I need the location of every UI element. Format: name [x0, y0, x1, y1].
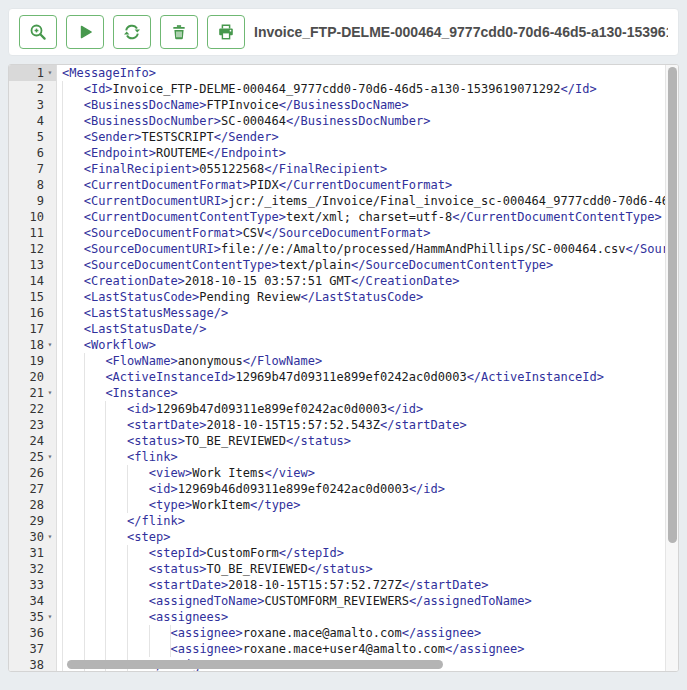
xml-text: CustomForm — [207, 546, 279, 560]
xml-tag: </SourceDocumentContentType> — [351, 258, 553, 272]
code-line[interactable]: <Sender>TESTSCRIPT</Sender> — [62, 129, 665, 145]
code-line[interactable]: <LastStatusDate/> — [62, 321, 665, 337]
indent-guides — [62, 417, 127, 433]
fold-arrow-icon[interactable]: ▾ — [44, 385, 56, 401]
line-number: 29 — [30, 513, 44, 529]
xml-text: roxane.mace+user4@amalto.com — [243, 642, 445, 656]
code-line[interactable]: <id>12969b47d09311e899ef0242ac0d0003</id… — [62, 401, 665, 417]
code-line[interactable]: <CurrentDocumentContentType>text/xml; ch… — [62, 209, 665, 225]
xml-text: 2018-10-15T15:57:52.727Z — [228, 578, 401, 592]
code-line[interactable]: <LastStatusMessage/> — [62, 305, 665, 321]
code-line[interactable]: <view>Work Items</view> — [62, 465, 665, 481]
xml-text: 12969b47d09311e899ef0242ac0d0003 — [156, 402, 387, 416]
refresh-button[interactable] — [113, 15, 151, 49]
xml-text: text/xml; charset=utf-8 — [286, 210, 452, 224]
code-line[interactable]: <step> — [62, 529, 665, 545]
line-number: 5 — [37, 129, 44, 145]
code-line[interactable]: <FinalRecipient>055122568</FinalRecipien… — [62, 161, 665, 177]
gutter-line: 18▾ — [9, 337, 56, 353]
code-line[interactable]: <Workflow> — [62, 337, 665, 353]
code-line[interactable]: <BusinessDocName>FTPInvoice</BusinessDoc… — [62, 97, 665, 113]
fold-arrow-icon[interactable]: ▾ — [44, 529, 56, 545]
fold-arrow-icon[interactable]: ▾ — [44, 609, 56, 625]
gutter-line: 31 — [9, 545, 56, 561]
play-button[interactable] — [66, 15, 104, 49]
gutter-line: 20 — [9, 369, 56, 385]
code-line[interactable]: <status>TO_BE_REVIEWED</status> — [62, 433, 665, 449]
xml-tag: <Endpoint> — [84, 146, 156, 160]
code-line[interactable]: <stepId>CustomForm</stepId> — [62, 545, 665, 561]
fold-arrow-icon[interactable]: ▾ — [44, 449, 56, 465]
code-line[interactable]: <SourceDocumentFormat>CSV</SourceDocumen… — [62, 225, 665, 241]
code-line[interactable]: <SourceDocumentURI>file://e:/Amalto/proc… — [62, 241, 665, 257]
code-line[interactable]: <flink> — [62, 449, 665, 465]
vertical-scrollbar[interactable] — [665, 65, 678, 671]
xml-tag: <ActiveInstanceId> — [105, 370, 235, 384]
line-number: 24 — [30, 433, 44, 449]
print-button[interactable] — [207, 15, 245, 49]
xml-text: anonymous — [178, 354, 243, 368]
code-line[interactable]: <assignedToName>CUSTOMFORM_REVIEWERS</as… — [62, 593, 665, 609]
vertical-scrollbar-thumb[interactable] — [668, 67, 677, 543]
xml-tag: </BusinessDocNumber> — [286, 114, 431, 128]
xml-tag: <FinalRecipient> — [84, 162, 200, 176]
code-line[interactable]: <Instance> — [62, 385, 665, 401]
gutter-line: 26 — [9, 465, 56, 481]
xml-text: roxane.mace@amalto.com — [243, 626, 402, 640]
code-line[interactable]: <status>TO_BE_REVIEWED</status> — [62, 561, 665, 577]
xml-text: Invoice_FTP-DELME-000464_9777cdd0-70d6-4… — [113, 82, 561, 96]
xml-text: jcr:/_items_/Invoice/Final_invoice_sc-00… — [228, 194, 665, 208]
code-line[interactable]: <ActiveInstanceId>12969b47d09311e899ef02… — [62, 369, 665, 385]
horizontal-scrollbar-thumb[interactable] — [67, 660, 443, 669]
code-line[interactable]: <CreationDate>2018-10-15 03:57:51 GMT</C… — [62, 273, 665, 289]
gutter: 1▾23456789101112131415161718▾192021▾2223… — [9, 65, 57, 671]
code-line[interactable]: <assignees> — [62, 609, 665, 625]
fold-arrow-icon[interactable]: ▾ — [44, 65, 56, 81]
code-line[interactable]: <SourceDocumentContentType>text/plain</S… — [62, 257, 665, 273]
code-line[interactable]: <MessageInfo> — [62, 65, 665, 81]
xml-tag: </startDate> — [402, 578, 489, 592]
code-area[interactable]: <MessageInfo><Id>Invoice_FTP-DELME-00046… — [58, 65, 665, 671]
code-line[interactable]: <startDate>2018-10-15T15:57:52.543Z</sta… — [62, 417, 665, 433]
gutter-line: 19 — [9, 353, 56, 369]
indent-guides — [62, 561, 149, 577]
xml-tag: </type> — [250, 498, 301, 512]
indent-guides — [62, 209, 84, 225]
code-line[interactable]: <FlowName>anonymous</FlowName> — [62, 353, 665, 369]
xml-text: 2018-10-15T15:57:52.543Z — [207, 418, 380, 432]
horizontal-scrollbar[interactable] — [58, 659, 665, 671]
indent-guides — [62, 81, 84, 97]
code-line[interactable]: <CurrentDocumentFormat>PIDX</CurrentDocu… — [62, 177, 665, 193]
indent-guides — [62, 641, 171, 657]
xml-tag: </BusinessDocName> — [279, 98, 409, 112]
indent-guides — [62, 97, 84, 113]
xml-text: 055122568 — [199, 162, 264, 176]
fold-arrow-icon[interactable]: ▾ — [44, 337, 56, 353]
line-number: 23 — [30, 417, 44, 433]
line-number: 30 — [30, 529, 44, 545]
xml-editor[interactable]: 1▾23456789101112131415161718▾192021▾2223… — [8, 64, 679, 672]
line-number: 27 — [30, 481, 44, 497]
code-line[interactable]: <id>12969b46d09311e899ef0242ac0d0003</id… — [62, 481, 665, 497]
xml-tag: <type> — [149, 498, 192, 512]
code-line[interactable]: <CurrentDocumentURI>jcr:/_items_/Invoice… — [62, 193, 665, 209]
toolbar: Invoice_FTP-DELME-000464_9777cdd0-70d6-4… — [8, 8, 679, 56]
code-line[interactable]: <assignee>roxane.mace+user4@amalto.com</… — [62, 641, 665, 657]
indent-guides — [62, 609, 149, 625]
delete-button[interactable] — [160, 15, 198, 49]
line-number: 11 — [30, 225, 44, 241]
code-line[interactable]: <LastStatusCode>Pending Review</LastStat… — [62, 289, 665, 305]
line-number: 18 — [30, 337, 44, 353]
zoom-button[interactable] — [19, 15, 57, 49]
line-number: 25 — [30, 449, 44, 465]
code-line[interactable]: <startDate>2018-10-15T15:57:52.727Z</sta… — [62, 577, 665, 593]
code-line[interactable]: <Endpoint>ROUTEME</Endpoint> — [62, 145, 665, 161]
code-line[interactable]: <BusinessDocNumber>SC-000464</BusinessDo… — [62, 113, 665, 129]
code-line[interactable]: <Id>Invoice_FTP-DELME-000464_9777cdd0-70… — [62, 81, 665, 97]
code-line[interactable]: </flink> — [62, 513, 665, 529]
xml-text: PIDX — [250, 178, 279, 192]
xml-tag: </FlowName> — [243, 354, 322, 368]
line-number: 9 — [37, 193, 44, 209]
code-line[interactable]: <assignee>roxane.mace@amalto.com</assign… — [62, 625, 665, 641]
code-line[interactable]: <type>WorkItem</type> — [62, 497, 665, 513]
